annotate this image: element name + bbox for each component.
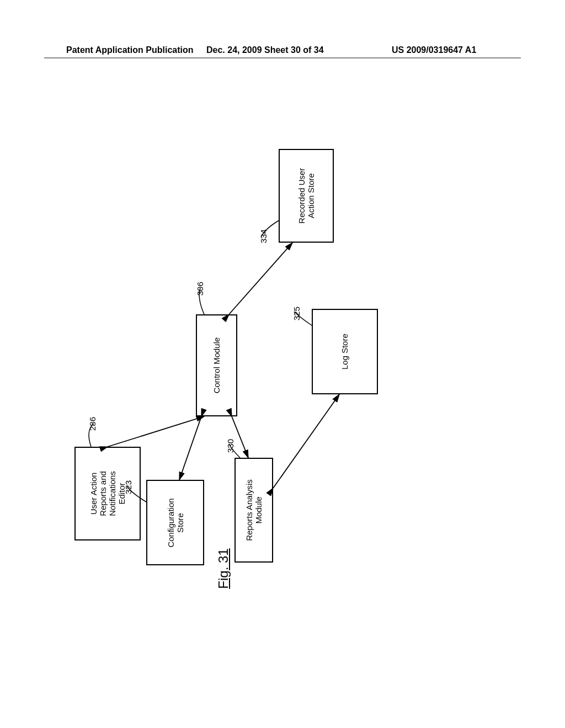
ref-log: 325 <box>292 307 301 320</box>
box-control: Control Module <box>196 314 237 416</box>
box-recorded-label: Recorded UserAction Store <box>297 168 316 224</box>
box-log-label: Log Store <box>340 334 349 370</box>
box-control-label: Control Module <box>212 338 221 394</box>
header-rule <box>44 57 521 58</box>
box-config: ConfigurationStore <box>146 480 204 565</box>
figure-title: Fig. 31 <box>216 548 231 588</box>
figure-31: Fig. 31 User ActionReports andNotificati… <box>69 149 378 579</box>
ref-config: 323 <box>124 480 133 494</box>
box-editor-label: User ActionReports andNotificationsEdito… <box>89 471 126 516</box>
svg-line-2 <box>179 416 201 480</box>
ref-control: 306 <box>195 282 205 296</box>
box-log: Log Store <box>312 309 378 394</box>
header-patent-number: US 2009/0319647 A1 <box>392 45 476 55</box>
ref-editor: 286 <box>88 417 97 431</box>
svg-line-4 <box>273 394 339 488</box>
box-analysis-label: Reports AnalysisModule <box>244 479 263 541</box>
ref-analysis: 330 <box>226 439 235 453</box>
box-analysis: Reports AnalysisModule <box>234 458 273 563</box>
svg-line-0 <box>108 416 204 447</box>
box-recorded: Recorded UserAction Store <box>279 149 334 243</box>
ref-recorded: 334 <box>259 229 268 243</box>
svg-line-1 <box>229 243 292 314</box>
box-config-label: ConfigurationStore <box>166 498 184 547</box>
header-date-sheet: Dec. 24, 2009 Sheet 30 of 34 <box>206 45 324 55</box>
header-publication: Patent Application Publication <box>66 45 194 55</box>
